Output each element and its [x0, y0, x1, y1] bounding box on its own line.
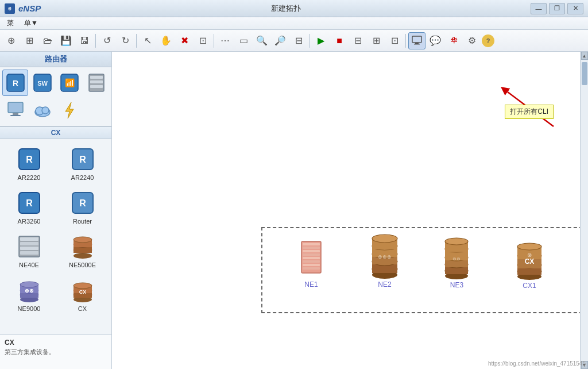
- lightning-icon: [59, 100, 80, 121]
- main-area: 路由器 R SW: [0, 52, 588, 369]
- sidebar-icon-ar-router[interactable]: R: [2, 70, 28, 96]
- tb-topology-button[interactable]: ⊡: [386, 32, 403, 49]
- toolbar-separator-1: [95, 34, 96, 48]
- router-label: Router: [73, 218, 92, 225]
- ar3260-icon: R: [16, 189, 43, 217]
- tb-text-button[interactable]: ⋯: [216, 32, 234, 49]
- tb-capture-button[interactable]: ⊟: [349, 32, 366, 49]
- device-item-ne9000[interactable]: ⊗⊗ NE9000: [3, 274, 55, 315]
- tb-saveas-button[interactable]: 🖫: [76, 32, 93, 49]
- sidebar-icon-cloud[interactable]: [29, 97, 55, 124]
- svg-rect-58: [303, 250, 320, 252]
- device-item-ne5000e[interactable]: NE5000E: [57, 230, 108, 271]
- close-button[interactable]: ✕: [567, 3, 583, 14]
- ne40e-icon: [16, 233, 43, 260]
- menu-item-dan[interactable]: 单▼: [20, 17, 42, 29]
- cx-label: CX: [78, 305, 87, 312]
- device-item-ar2220[interactable]: R AR2220: [3, 143, 55, 184]
- sidebar-icon-server[interactable]: [83, 70, 109, 96]
- tb-huawei-button[interactable]: 华: [445, 32, 462, 49]
- svg-rect-29: [20, 237, 38, 241]
- tb-hand-button[interactable]: ✋: [157, 32, 175, 49]
- device-item-router[interactable]: R Router: [57, 186, 108, 228]
- tb-zoomarea-button[interactable]: ⊟: [290, 32, 307, 49]
- tb-help-button[interactable]: ?: [482, 34, 494, 47]
- svg-text:⊗⊗: ⊗⊗: [25, 288, 34, 294]
- scroll-thumb-vertical[interactable]: [582, 62, 587, 85]
- tb-delete-button[interactable]: ✖: [176, 32, 193, 49]
- window-controls: — ❐ ✕: [531, 3, 583, 14]
- router-icon: R: [69, 189, 96, 217]
- app-logo-area: e eNSP: [5, 3, 41, 14]
- device-item-ne40e[interactable]: NE40E: [3, 230, 55, 271]
- svg-rect-61: [303, 260, 320, 263]
- tb-save-button[interactable]: 💾: [57, 32, 75, 49]
- canvas-device-ne1[interactable]: NE1: [297, 239, 326, 289]
- svg-text:CX: CX: [79, 289, 86, 295]
- tb-areaselect-button[interactable]: ⊡: [194, 32, 211, 49]
- tb-rect-button[interactable]: ▭: [235, 32, 252, 49]
- app-title: eNSP: [18, 3, 41, 13]
- sidebar-info-desc: 第三方集成设备。: [5, 348, 107, 356]
- device-item-ar2240[interactable]: R AR2240: [57, 143, 108, 184]
- tb-settings-button[interactable]: ⚙: [463, 32, 481, 49]
- ne1-label: NE1: [304, 280, 318, 289]
- sidebar-icon-wifi[interactable]: 📶: [56, 70, 82, 96]
- tb-grid-button[interactable]: ⊞: [368, 32, 385, 49]
- ne5000e-icon: [69, 233, 96, 260]
- ne1-device-icon: [297, 239, 326, 279]
- svg-point-44: [20, 282, 38, 287]
- tb-undo-button[interactable]: ↺: [98, 32, 115, 49]
- svg-text:SW: SW: [37, 80, 48, 87]
- tb-open-button[interactable]: 🗁: [39, 32, 56, 49]
- sidebar-icon-lightning[interactable]: [56, 97, 82, 124]
- scroll-up-arrow[interactable]: ▲: [581, 52, 588, 60]
- device-section[interactable]: CX R AR2220: [0, 126, 111, 335]
- canvas-scrollbar-vertical[interactable]: ▲ ▼: [580, 52, 588, 369]
- minimize-button[interactable]: —: [531, 3, 547, 14]
- svg-text:R: R: [26, 198, 33, 208]
- tb-stop-button[interactable]: ■: [331, 32, 348, 49]
- ne2-device-icon: ⊗⊗⊗: [368, 230, 402, 279]
- svg-point-84: [445, 238, 468, 245]
- canvas-device-cx1[interactable]: CX ⊗ CX1: [513, 239, 546, 290]
- sidebar-info-title: CX: [5, 339, 107, 347]
- menu-item-cai[interactable]: 菜: [2, 17, 18, 29]
- scroll-track: [581, 60, 588, 361]
- svg-text:R: R: [79, 155, 86, 164]
- sidebar-info-panel: CX 第三方集成设备。: [0, 335, 111, 369]
- pc-icon: [5, 100, 26, 121]
- device-item-cx[interactable]: CX CX: [57, 274, 108, 315]
- canvas-area[interactable]: 打开所有CLI: [112, 52, 588, 369]
- svg-text:⊗⊗⊗: ⊗⊗⊗: [378, 254, 392, 260]
- svg-rect-30: [20, 242, 38, 245]
- ne3-device-icon: ⊗⊗: [441, 235, 473, 279]
- tb-new-topo-button[interactable]: ⊞: [21, 32, 38, 49]
- canvas-device-ne2[interactable]: ⊗⊗⊗ NE2: [368, 230, 402, 289]
- tb-select-button[interactable]: ↖: [139, 32, 156, 49]
- svg-text:📶: 📶: [64, 78, 75, 88]
- toolbar: ⊕ ⊞ 🗁 💾 🖫 ↺ ↻ ↖ ✋ ✖ ⊡ ⋯ ▭ 🔍 🔎 ⊟ ▶ ■ ⊟ ⊞ …: [0, 30, 588, 52]
- tb-open-all-cli-button[interactable]: [408, 32, 425, 49]
- sidebar-section-router: 路由器: [0, 52, 111, 67]
- svg-rect-62: [303, 264, 320, 266]
- tb-zoomout-button[interactable]: 🔎: [272, 32, 289, 49]
- tb-zoomin-button[interactable]: 🔍: [253, 32, 270, 49]
- device-item-ar3260[interactable]: R AR3260: [3, 186, 55, 228]
- toolbar-separator-5: [405, 34, 406, 48]
- tb-play-button[interactable]: ▶: [312, 32, 330, 49]
- ne3-label: NE3: [450, 281, 463, 289]
- canvas-device-ne3[interactable]: ⊗⊗ NE3: [441, 235, 473, 289]
- tb-redo-button[interactable]: ↻: [117, 32, 134, 49]
- window-title: 新建拓扑: [271, 3, 301, 14]
- svg-point-38: [74, 237, 92, 243]
- svg-rect-57: [303, 247, 320, 249]
- tb-chat-button[interactable]: 💬: [427, 32, 444, 49]
- sidebar-icon-switch[interactable]: SW: [29, 70, 55, 96]
- restore-button[interactable]: ❐: [549, 3, 565, 14]
- tb-new-button[interactable]: ⊕: [2, 32, 20, 49]
- sidebar-icon-pc[interactable]: [2, 97, 28, 124]
- ar2220-label: AR2220: [18, 174, 41, 181]
- ar3260-label: AR3260: [18, 218, 41, 225]
- toolbar-separator-4: [310, 34, 310, 48]
